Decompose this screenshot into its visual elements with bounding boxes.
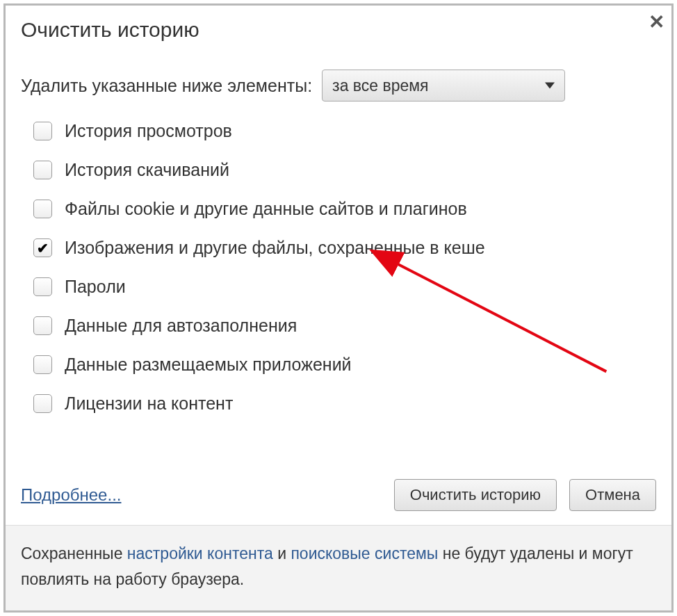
chevron-down-icon [545, 83, 555, 89]
close-icon[interactable]: ✕ [649, 13, 664, 32]
info-text-prefix: Сохраненные [21, 544, 127, 562]
label-hosted-apps: Данные размещаемых приложений [65, 355, 352, 375]
label-autofill: Данные для автозаполнения [65, 316, 297, 336]
label-cookies: Файлы cookie и другие данные сайтов и пл… [65, 199, 467, 219]
checkbox-download-history[interactable] [33, 161, 52, 179]
checkbox-passwords[interactable] [33, 277, 52, 296]
time-range-label: Удалить указанные ниже элементы: [21, 76, 312, 96]
label-passwords: Пароли [65, 277, 126, 297]
content-settings-link[interactable]: настройки контента [127, 544, 273, 562]
time-range-dropdown[interactable]: за все время [322, 70, 565, 102]
search-engines-link[interactable]: поисковые системы [291, 544, 438, 562]
label-cache: Изображения и другие файлы, сохраненные … [65, 238, 485, 258]
dialog-title: Очистить историю [21, 18, 199, 41]
clear-history-button[interactable]: Очистить историю [394, 479, 557, 511]
label-browsing-history: История просмотров [65, 121, 232, 141]
checkbox-content-licenses[interactable] [33, 394, 52, 413]
checkbox-cookies[interactable] [33, 200, 52, 218]
info-text-mid: и [273, 544, 291, 562]
time-range-value: за все время [332, 76, 428, 95]
info-message: Сохраненные настройки контента и поисков… [6, 525, 671, 610]
checkbox-autofill[interactable] [33, 316, 52, 335]
checkbox-cache[interactable] [33, 238, 52, 257]
more-details-link[interactable]: Подробнее... [21, 485, 121, 505]
clear-history-dialog: ✕ Очистить историю Удалить указанные ниж… [3, 3, 674, 613]
checkbox-hosted-apps[interactable] [33, 355, 52, 374]
label-content-licenses: Лицензии на контент [65, 394, 233, 414]
cancel-button[interactable]: Отмена [569, 479, 656, 511]
checkbox-browsing-history[interactable] [33, 122, 52, 140]
label-download-history: История скачиваний [65, 160, 229, 180]
